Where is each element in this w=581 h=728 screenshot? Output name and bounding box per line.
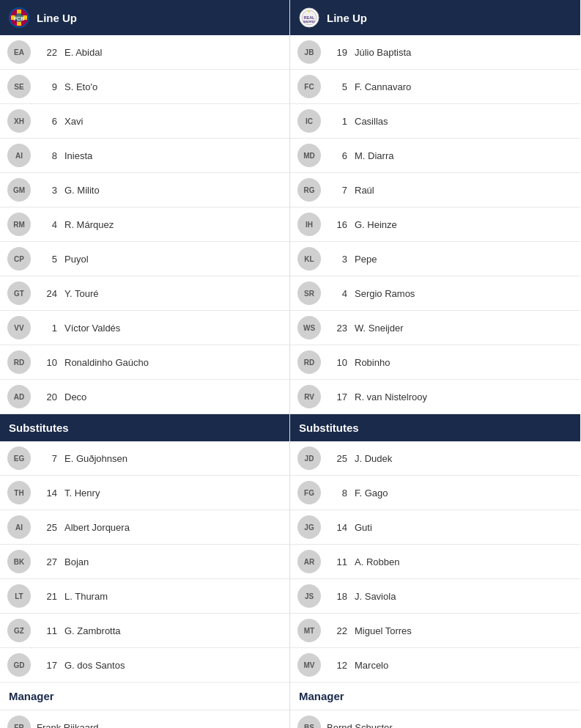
player-number: 22 [37, 47, 57, 58]
player-row: AI8Iniesta [0, 139, 289, 173]
player-number: 22 [327, 625, 347, 636]
player-avatar: JS [297, 584, 321, 608]
player-number: 8 [37, 150, 57, 161]
player-row: SE9S. Eto'o [0, 70, 289, 104]
player-row: BK27Bojan [0, 545, 289, 579]
player-avatar: KL [297, 247, 321, 271]
player-row: WS23W. Sneijder [290, 311, 580, 345]
player-number: 14 [37, 488, 57, 499]
player-row: RD10Robinho [290, 345, 580, 380]
player-avatar: RG [297, 178, 321, 202]
player-row: RM4R. Márquez [0, 207, 289, 242]
player-row: CP5Puyol [0, 242, 289, 276]
player-avatar: GZ [7, 619, 31, 642]
player-row: FC5F. Cannavaro [290, 70, 580, 104]
player-name: Casillas [355, 116, 388, 127]
lineup-title-barcelona: Line Up [37, 12, 77, 24]
player-name: W. Sneijder [355, 323, 403, 334]
player-avatar: AD [7, 385, 31, 408]
player-row: FG8F. Gago [290, 476, 580, 510]
player-avatar: WS [297, 316, 321, 339]
player-number: 25 [327, 453, 347, 464]
player-name: T. Henry [64, 488, 100, 499]
player-name: R. Márquez [64, 219, 114, 230]
player-row: XH6Xavi [0, 104, 289, 139]
svg-text:FCB: FCB [14, 16, 24, 21]
player-avatar: SR [297, 282, 321, 305]
player-avatar: JG [297, 515, 321, 539]
player-name: M. Diarra [355, 150, 393, 161]
player-avatar: MT [297, 619, 321, 642]
player-avatar: GD [7, 653, 31, 677]
team-col-barcelona: FCB Line UpEA22E. AbidalSE9S. Eto'oXH6Xa… [0, 0, 290, 728]
player-name: Raúl [355, 185, 374, 196]
team-logo-realmadrid: REAL MADRID [299, 7, 319, 28]
team-logo-barcelona: FCB [9, 7, 29, 28]
player-name: Júlio Baptista [355, 47, 411, 58]
player-row: JB19Júlio Baptista [290, 35, 580, 70]
player-name: Bernd Schuster [327, 722, 393, 729]
player-number: 1 [37, 323, 57, 334]
player-avatar: MV [297, 653, 321, 677]
player-number: 6 [37, 116, 57, 127]
player-row: JG14Guti [290, 510, 580, 545]
player-name: Y. Touré [64, 288, 99, 299]
player-row: TH14T. Henry [0, 476, 289, 510]
player-number: 16 [327, 219, 347, 230]
player-avatar: AI [7, 515, 31, 539]
player-number: 20 [37, 391, 57, 402]
player-number: 8 [327, 488, 347, 499]
player-avatar: GT [7, 282, 31, 305]
player-number: 10 [327, 357, 347, 368]
player-name: Frank Rijkaard [37, 722, 99, 729]
player-row: GD17G. dos Santos [0, 648, 289, 683]
player-avatar: CP [7, 247, 31, 271]
player-name: Deco [64, 391, 86, 402]
lineup-header-realmadrid: REAL MADRID Line Up [290, 0, 580, 35]
player-row: GZ11G. Zambrotta [0, 614, 289, 648]
player-avatar: BK [7, 550, 31, 573]
player-avatar: EG [7, 446, 31, 470]
player-number: 1 [327, 116, 347, 127]
player-avatar: IH [297, 213, 321, 236]
player-name: Miguel Torres [355, 625, 412, 636]
player-avatar: AI [7, 144, 31, 167]
player-avatar: GM [7, 178, 31, 202]
player-avatar: IC [297, 109, 321, 133]
player-avatar: FR [7, 716, 31, 728]
player-number: 23 [327, 323, 347, 334]
player-row: JD25J. Dudek [290, 441, 580, 476]
player-avatar: RV [297, 385, 321, 408]
player-number: 10 [37, 357, 57, 368]
player-row: EA22E. Abidal [0, 35, 289, 70]
player-row: AR11A. Robben [290, 545, 580, 579]
player-name: Bojan [64, 556, 89, 567]
manager-header-barcelona: Manager [0, 683, 289, 710]
player-number: 21 [37, 591, 57, 602]
player-avatar: SE [7, 75, 31, 98]
player-number: 5 [327, 81, 347, 92]
player-name: G. Milito [64, 185, 100, 196]
player-avatar: MD [297, 144, 321, 167]
player-row: GM3G. Milito [0, 173, 289, 207]
player-name: L. Thuram [64, 591, 108, 602]
player-row: MV12Marcelo [290, 648, 580, 683]
player-name: S. Eto'o [64, 81, 97, 92]
player-name: Robinho [355, 357, 390, 368]
player-row: KL3Pepe [290, 242, 580, 276]
lineup-title-realmadrid: Line Up [327, 12, 367, 24]
player-name: Guti [355, 522, 372, 533]
player-row: EG7E. Guðjohnsen [0, 441, 289, 476]
player-number: 7 [37, 453, 57, 464]
player-number: 4 [327, 288, 347, 299]
player-number: 17 [327, 391, 347, 402]
player-number: 3 [37, 185, 57, 196]
player-number: 5 [37, 254, 57, 265]
player-number: 18 [327, 591, 347, 602]
player-name: J. Dudek [355, 453, 392, 464]
player-name: R. van Nistelrooy [355, 391, 427, 402]
player-avatar: BS [297, 716, 321, 728]
player-name: Puyol [64, 254, 89, 265]
player-name: Sergio Ramos [355, 288, 415, 299]
svg-text:MADRID: MADRID [303, 20, 315, 23]
